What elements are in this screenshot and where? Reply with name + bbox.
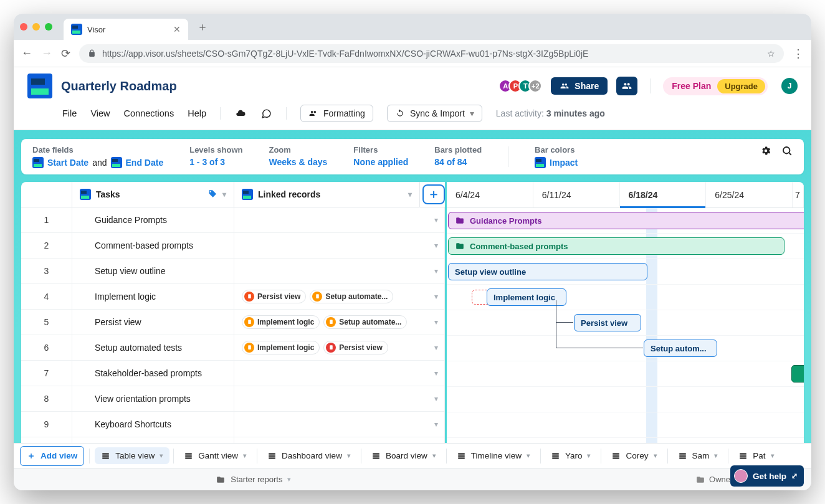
- chevron-down-icon[interactable]: ▾: [434, 216, 438, 224]
- linked-record-chip[interactable]: Implement logic: [242, 315, 320, 329]
- linked-record-chip[interactable]: Persist view: [323, 341, 388, 354]
- linked-record-chip[interactable]: Setup automate...: [310, 290, 393, 303]
- view-tab[interactable]: Sam▾: [672, 447, 725, 464]
- new-tab-button[interactable]: ＋: [193, 19, 212, 34]
- chevron-down-icon[interactable]: ▾: [527, 452, 530, 460]
- forward-button[interactable]: →: [41, 47, 52, 60]
- chevron-down-icon[interactable]: ▾: [434, 420, 438, 429]
- config-filters[interactable]: Filters None applied: [353, 145, 408, 167]
- linked-records-column-header[interactable]: Linked records ▾: [234, 182, 420, 207]
- gantt-timeline-header[interactable]: 6/4/24 6/11/24 6/18/24 6/25/24 7: [447, 182, 804, 208]
- view-tab[interactable]: Dashboard view▾: [261, 447, 357, 464]
- settings-icon[interactable]: [760, 145, 771, 156]
- chevron-down-icon[interactable]: ▾: [243, 452, 247, 460]
- workbook-title[interactable]: Quarterly Roadmap: [61, 79, 177, 93]
- chevron-down-icon[interactable]: ▾: [222, 190, 226, 199]
- browser-tab[interactable]: Visor ✕: [64, 19, 188, 40]
- linked-records-cell[interactable]: ▾: [234, 412, 445, 437]
- linked-record-chip[interactable]: Implement logic: [242, 341, 320, 354]
- linked-records-cell[interactable]: ▾: [234, 361, 445, 386]
- bookmark-icon[interactable]: ☆: [767, 49, 775, 59]
- linked-records-cell[interactable]: ▾: [234, 207, 445, 232]
- comments-icon[interactable]: [260, 108, 272, 119]
- tasks-column-header[interactable]: Tasks ▾: [72, 182, 234, 207]
- gantt-bar-task[interactable]: Setup view outline: [448, 263, 647, 280]
- gantt-bar-group[interactable]: Guidance Prompts: [448, 212, 804, 229]
- chevron-down-icon[interactable]: ▾: [587, 452, 591, 460]
- task-cell[interactable]: Comment-based prompts: [72, 233, 234, 258]
- minimize-window-icon[interactable]: [32, 23, 40, 31]
- address-bar[interactable]: https://app.visor.us/sheets/CSO-sGm7QTgZ…: [79, 44, 784, 63]
- add-view-button[interactable]: ＋ Add view: [20, 446, 84, 466]
- search-icon[interactable]: [781, 145, 793, 156]
- linked-records-cell[interactable]: ▾: [234, 259, 445, 283]
- task-cell[interactable]: Keyboard Shortcuts: [72, 412, 234, 437]
- formatting-button[interactable]: Formatting: [300, 105, 373, 122]
- chevron-down-icon[interactable]: ▾: [434, 343, 438, 352]
- plan-pill[interactable]: Free Plan Upgrade: [663, 77, 768, 95]
- linked-records-cell[interactable]: Persist viewSetup automate...▾: [234, 284, 445, 309]
- add-column-button[interactable]: ＋: [422, 184, 445, 204]
- table-row[interactable]: 2Comment-based prompts▾: [21, 233, 445, 259]
- table-row[interactable]: 5Persist viewImplement logicSetup automa…: [21, 310, 445, 335]
- table-row[interactable]: 3Setup view outline▾: [21, 259, 445, 284]
- people-button[interactable]: [616, 77, 637, 95]
- starter-reports-dropdown[interactable]: Starter reports ▾: [216, 475, 291, 484]
- maximize-window-icon[interactable]: [45, 23, 52, 31]
- menu-view[interactable]: View: [90, 108, 110, 118]
- view-tab[interactable]: Pat▾: [732, 447, 780, 464]
- menu-connections[interactable]: Connections: [124, 108, 174, 118]
- linked-record-chip[interactable]: Persist view: [242, 290, 306, 303]
- browser-menu-icon[interactable]: ⋮: [793, 47, 804, 60]
- menu-file[interactable]: File: [62, 108, 77, 118]
- tag-icon[interactable]: [207, 189, 217, 199]
- chevron-down-icon[interactable]: ▾: [771, 452, 775, 460]
- back-button[interactable]: ←: [21, 47, 32, 60]
- table-row[interactable]: 9Keyboard Shortcuts▾: [21, 412, 445, 437]
- chevron-down-icon[interactable]: ▾: [408, 190, 412, 199]
- timeline-date[interactable]: 6/25/24: [706, 182, 793, 207]
- task-cell[interactable]: Persist view: [72, 310, 234, 335]
- table-row[interactable]: 6Setup automated testsImplement logicPer…: [21, 335, 445, 361]
- gantt-bar-peek[interactable]: [791, 365, 804, 383]
- view-tab[interactable]: Table view▾: [95, 447, 169, 464]
- chevron-down-icon[interactable]: ▾: [434, 369, 438, 378]
- share-button[interactable]: Share: [551, 77, 608, 95]
- timeline-date[interactable]: 6/4/24: [447, 182, 533, 207]
- reload-button[interactable]: ⟳: [61, 47, 70, 60]
- view-tab[interactable]: Timeline view▾: [451, 447, 536, 464]
- task-cell[interactable]: Setup view outline: [72, 259, 234, 283]
- timeline-date[interactable]: 6/11/24: [533, 182, 620, 207]
- view-tab[interactable]: Yaro▾: [545, 447, 598, 464]
- table-row[interactable]: 8View orientation prompts▾: [21, 386, 445, 412]
- config-bar-colors[interactable]: Bar colors Impact: [535, 145, 578, 168]
- chevron-down-icon[interactable]: ▾: [434, 292, 438, 301]
- linked-record-chip[interactable]: Setup automate...: [323, 315, 407, 329]
- avatar-overflow[interactable]: +2: [528, 79, 542, 93]
- task-cell[interactable]: Implement logic: [72, 284, 234, 309]
- app-logo-icon[interactable]: [27, 74, 52, 98]
- chevron-down-icon[interactable]: ▾: [654, 452, 657, 460]
- view-tab[interactable]: Board view▾: [365, 447, 442, 464]
- close-tab-icon[interactable]: ✕: [173, 24, 181, 34]
- user-avatar[interactable]: J: [781, 78, 798, 94]
- timeline-date[interactable]: 6/18/24: [620, 182, 707, 207]
- owner-dropdown[interactable]: Owne: [695, 475, 730, 484]
- upgrade-button[interactable]: Upgrade: [717, 79, 765, 93]
- cloud-sync-icon[interactable]: [234, 108, 247, 118]
- config-zoom[interactable]: Zoom Weeks & days: [269, 145, 327, 167]
- sync-import-button[interactable]: Sync & Import ▾: [387, 105, 482, 122]
- linked-records-cell[interactable]: Implement logicSetup automate...▾: [234, 310, 445, 335]
- chevron-down-icon[interactable]: ▾: [434, 318, 438, 326]
- chevron-down-icon[interactable]: ▾: [160, 452, 163, 460]
- gantt-body[interactable]: Guidance Prompts Comment-based prompts S…: [447, 208, 804, 455]
- chevron-down-icon[interactable]: ▾: [434, 394, 438, 403]
- gantt-bar-group[interactable]: Comment-based prompts: [448, 237, 784, 255]
- view-tab[interactable]: Corey▾: [605, 447, 663, 464]
- linked-records-cell[interactable]: ▾: [234, 386, 445, 411]
- chevron-down-icon[interactable]: ▾: [714, 452, 718, 460]
- chevron-down-icon[interactable]: ▾: [432, 452, 436, 460]
- get-help-button[interactable]: Get help ⤢: [730, 465, 804, 487]
- menu-help[interactable]: Help: [188, 108, 206, 118]
- timeline-date[interactable]: 7: [793, 182, 804, 207]
